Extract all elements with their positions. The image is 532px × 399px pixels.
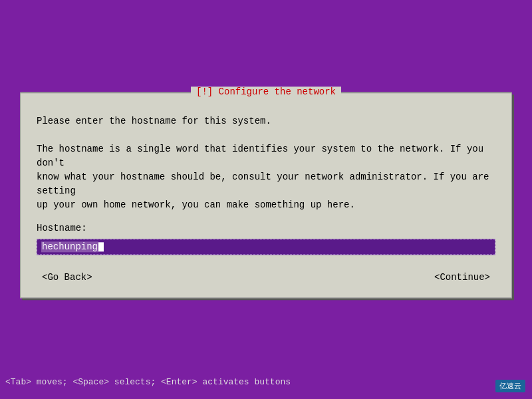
go-back-button[interactable]: <Go Back>: [37, 271, 98, 284]
description-line2: The hostname is a single word that ident…: [37, 142, 495, 170]
hostname-selected-text: hechunping: [41, 241, 98, 252]
buttons-row: <Go Back> <Continue>: [37, 268, 495, 284]
title-line-right: [341, 92, 511, 92]
hostname-input-area[interactable]: hechunping: [37, 239, 495, 255]
description-line4: up your own home network, you can make s…: [37, 198, 495, 212]
description-line1: Please enter the hostname for this syste…: [37, 114, 495, 128]
watermark-logo: 亿速云: [495, 380, 525, 392]
input-cursor: [98, 242, 104, 251]
description-line3: know what your hostname should be, consu…: [37, 170, 495, 198]
continue-button[interactable]: <Continue>: [429, 271, 495, 284]
hostname-label: Hostname:: [37, 223, 495, 233]
dialog-body: Please enter the hostname for this syste…: [21, 104, 511, 297]
dialog-title: [!] Configure the network: [191, 86, 341, 97]
description: Please enter the hostname for this syste…: [37, 114, 495, 212]
dialog-title-bar: [!] Configure the network: [21, 86, 511, 97]
configure-network-dialog: [!] Configure the network Please enter t…: [20, 92, 512, 298]
title-line-left: [21, 92, 191, 92]
status-bar: <Tab> moves; <Space> selects; <Enter> ac…: [0, 377, 532, 387]
